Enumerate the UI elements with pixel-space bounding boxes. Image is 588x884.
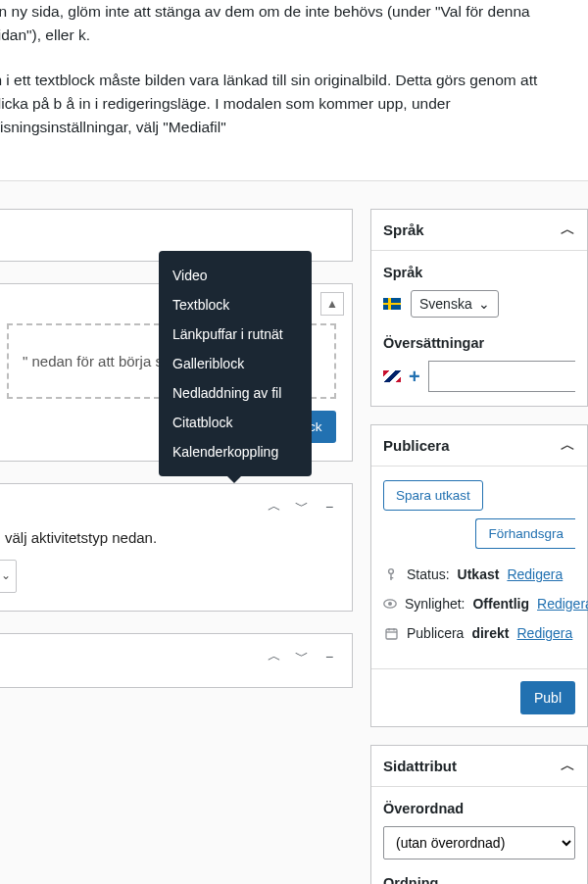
- publish-panel: Publicera ︿ Spara utkast Förhandsgra Sta…: [370, 424, 588, 727]
- block-type-popover: Video Textblock Länkpuffar i rutnät Gall…: [159, 251, 312, 476]
- svg-rect-5: [386, 629, 397, 639]
- popover-item-video[interactable]: Video: [159, 261, 312, 290]
- visibility-line: Synlighet: Offentlig Redigera: [383, 596, 575, 612]
- small-dropdown-toggle[interactable]: ⌄: [0, 560, 17, 593]
- chevron-up-icon: ︿: [561, 436, 575, 455]
- language-select[interactable]: Svenska ⌄: [411, 290, 499, 318]
- language-panel: Språk ︿ Språk Svenska ⌄ Översättningar +: [370, 209, 588, 407]
- preview-button[interactable]: Förhandsgra: [475, 518, 575, 549]
- chevron-up-icon[interactable]: ︿: [266, 498, 283, 516]
- flag-sweden-icon: [383, 298, 401, 310]
- svg-rect-1: [390, 573, 391, 580]
- visibility-edit-link[interactable]: Redigera: [537, 596, 588, 612]
- publish-panel-header[interactable]: Publicera ︿: [371, 425, 587, 467]
- flag-english-icon: [383, 370, 401, 382]
- svg-point-0: [389, 569, 394, 574]
- publish-time-line: Publicera direkt Redigera: [383, 625, 575, 641]
- chevron-down-icon[interactable]: ﹀: [293, 648, 311, 665]
- language-panel-title: Språk: [383, 221, 424, 238]
- right-sidebar: Språk ︿ Språk Svenska ⌄ Översättningar +: [370, 209, 588, 884]
- calendar-icon: [383, 627, 399, 640]
- popover-item-nedladdning[interactable]: Nedladdning av fil: [159, 378, 312, 408]
- minus-icon[interactable]: −: [320, 648, 338, 665]
- language-panel-header[interactable]: Språk ︿: [371, 210, 587, 251]
- add-translation-icon[interactable]: +: [409, 366, 420, 388]
- minus-icon[interactable]: −: [320, 498, 338, 516]
- publish-panel-title: Publicera: [383, 437, 450, 454]
- popover-item-textblock[interactable]: Textblock: [159, 290, 312, 319]
- key-icon: [383, 567, 399, 581]
- activity-toolbar: ︿ ﹀ −: [5, 498, 338, 516]
- svg-rect-2: [390, 577, 393, 578]
- activity-text: välj aktivitetstyp nedan.: [5, 529, 338, 546]
- popover-item-galleri[interactable]: Galleriblock: [159, 349, 312, 378]
- page-attributes-header[interactable]: Sidattribut ︿: [371, 746, 587, 787]
- intro-paragraph-2: in i ett textblock måste bilden vara län…: [0, 69, 578, 139]
- translations-label: Översättningar: [383, 335, 575, 351]
- publish-time-edit-link[interactable]: Redigera: [517, 625, 573, 641]
- chevron-down-icon[interactable]: ﹀: [293, 498, 311, 516]
- svg-point-4: [388, 602, 392, 606]
- intro-text: en ny sida, glöm inte att stänga av dem …: [0, 0, 588, 180]
- save-draft-button[interactable]: Spara utkast: [383, 480, 483, 511]
- publish-button[interactable]: Publ: [520, 681, 575, 714]
- popover-item-kalender[interactable]: Kalenderkoppling: [159, 437, 312, 467]
- chevron-up-icon[interactable]: ︿: [266, 648, 283, 665]
- collapsed-box: ︿ ﹀ −: [0, 633, 353, 688]
- parent-select[interactable]: (utan överordnad): [383, 826, 575, 859]
- order-label: Ordning: [383, 875, 575, 884]
- page-attributes-panel: Sidattribut ︿ Överordnad (utan överordna…: [370, 745, 588, 884]
- parent-label: Överordnad: [383, 801, 575, 816]
- page-attributes-title: Sidattribut: [383, 758, 457, 774]
- eye-icon: [383, 599, 397, 609]
- activity-box: ︿ ﹀ − välj aktivitetstyp nedan. ⌄: [0, 483, 353, 612]
- publish-footer: Publ: [371, 668, 587, 726]
- language-label: Språk: [383, 265, 575, 280]
- chevron-up-icon: ︿: [561, 221, 575, 239]
- popover-item-linkpuffar[interactable]: Länkpuffar i rutnät: [159, 319, 312, 349]
- status-edit-link[interactable]: Redigera: [507, 566, 563, 582]
- status-line: Status: Utkast Redigera: [383, 566, 575, 582]
- intro-paragraph-1: en ny sida, glöm inte att stänga av dem …: [0, 0, 578, 47]
- collapsed-box-toolbar: ︿ ﹀ −: [0, 634, 352, 665]
- translation-input[interactable]: [428, 361, 575, 392]
- chevron-up-icon: ︿: [561, 757, 575, 775]
- popover-item-citat[interactable]: Citatblock: [159, 408, 312, 437]
- chevron-down-icon: ⌄: [478, 296, 490, 312]
- content-toggle-up[interactable]: ▲: [320, 292, 344, 316]
